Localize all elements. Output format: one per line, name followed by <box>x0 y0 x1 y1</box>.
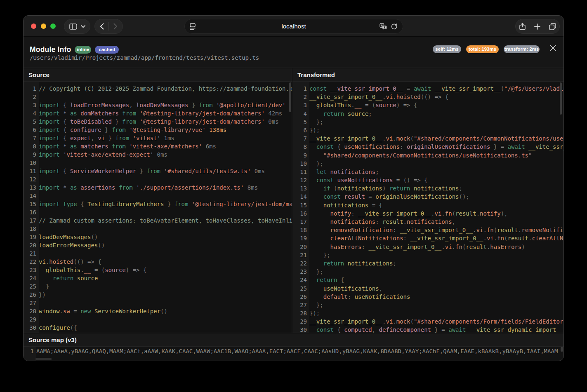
code-line: 2 <box>24 93 292 101</box>
line-number: 12 <box>24 175 39 183</box>
code-text: vi.hoisted(() => { <box>39 258 101 266</box>
navigation-buttons <box>94 19 123 34</box>
window-minimize-button[interactable] <box>41 23 46 29</box>
translate-button[interactable] <box>380 23 387 30</box>
code-line: 15import type { TestingLibraryMatchers }… <box>24 200 292 208</box>
address-bar[interactable]: localhost <box>184 19 403 34</box>
line-number: 23 <box>292 268 309 276</box>
sidebar-toggle-button[interactable] <box>64 19 90 34</box>
code-line: 13 if (notifications) return notificatio… <box>292 184 563 192</box>
line-number: 12 <box>292 176 309 184</box>
line-number: 17 <box>292 218 309 226</box>
line-number: 4 <box>292 110 309 118</box>
line-number: 11 <box>24 167 39 175</box>
code-line: 11import { ServiceWorkerHelper } from '#… <box>24 167 292 175</box>
code-line: 8 const { useNotifications: originalUseN… <box>292 143 563 151</box>
window-close-button[interactable] <box>31 23 36 29</box>
code-line: 27 }; <box>292 301 563 309</box>
window-zoom-button[interactable] <box>50 23 56 29</box>
code-text: useNotifications, <box>309 284 382 293</box>
line-number: 4 <box>24 109 39 117</box>
line-number: 9 <box>24 150 39 159</box>
code-text: const __vite_ssr_import_0__ = await __vi… <box>309 85 563 93</box>
line-number: 25 <box>292 284 309 293</box>
code-text: import { expect, vi } from 'vitest' 1ms <box>39 134 174 142</box>
code-text: import * as assertions from './support/a… <box>39 183 258 192</box>
horizontal-scrollbar[interactable] <box>35 358 52 360</box>
code-line: 2__vite_ssr_import_0__.vi.hoisted(() => … <box>292 93 563 101</box>
transformed-pane[interactable]: Transformed 1const __vite_ssr_import_0__… <box>292 68 563 333</box>
source-code-editor[interactable]: 1// Copyright (C) 2012-2025 Zammad Found… <box>24 82 292 333</box>
code-line: 26 default: useNotifications <box>292 293 563 301</box>
transformed-code-editor[interactable]: 1const __vite_ssr_import_0__ = await __v… <box>292 82 563 333</box>
line-number: 13 <box>24 183 39 192</box>
close-button[interactable] <box>548 43 557 52</box>
share-icon <box>519 23 526 30</box>
back-button[interactable] <box>95 19 108 33</box>
line-number: 9 <box>292 151 309 160</box>
code-line: 7__vite_ssr_import_0__.vi.mock("#shared/… <box>292 134 563 143</box>
source-map-vertical-scrollbar[interactable] <box>561 347 563 352</box>
badge-inline: inline <box>75 46 91 54</box>
desktop-background: localhost <box>0 0 587 392</box>
code-line: 1// Copyright (C) 2012-2025 Zammad Found… <box>24 85 292 93</box>
code-panes: Source 1// Copyright (C) 2012-2025 Zamma… <box>24 68 563 333</box>
source-map-editor[interactable]: 1 AAMA;AAeA,yBAAG,QAAQ,MAAM;AACf,aAAW,KA… <box>24 347 563 361</box>
code-text: globalThis.__ = (source) => { <box>309 101 417 109</box>
code-line: 19 clearAllNotifications: __vite_ssr_imp… <box>292 234 563 242</box>
code-line: 26}) <box>24 291 292 299</box>
line-number: 30 <box>292 326 309 333</box>
code-line: 20 hasErrors: __vite_ssr_import_0__.vi.f… <box>292 243 563 251</box>
code-text: import { loadErrorMessages, loadDevMessa… <box>39 101 286 109</box>
code-line: 29 <box>24 315 292 324</box>
line-number: 6 <box>292 126 309 134</box>
forward-button[interactable] <box>109 19 123 33</box>
line-number: 23 <box>24 266 39 274</box>
code-line: 9import 'vitest-axe/extend-expect' 0ms <box>24 150 292 159</box>
line-number: 30 <box>24 324 39 332</box>
transformed-pane-title: Transformed <box>292 68 563 82</box>
source-vertical-scrollbar[interactable] <box>289 82 291 112</box>
line-number: 18 <box>24 225 39 233</box>
line-number: 3 <box>24 101 39 109</box>
code-text: }; <box>309 268 323 276</box>
code-text: globalThis.__ = (source) => { <box>39 266 146 274</box>
chevron-down-icon <box>81 25 85 28</box>
close-icon <box>550 45 556 51</box>
share-button[interactable] <box>519 23 526 30</box>
code-text: const { useNotifications: originalUseNot… <box>309 143 563 151</box>
code-text: const { computed, defineComponent } = aw… <box>309 326 563 333</box>
line-number: 5 <box>24 117 39 126</box>
code-line: 3 globalThis.__ = (source) => { <box>292 101 563 109</box>
line-number: 13 <box>292 184 309 192</box>
code-text: default: useNotifications <box>309 293 410 301</box>
line-number: 22 <box>292 259 309 268</box>
timing-metrics: self: 12ms total: 193ms transform: 2ms <box>433 45 540 53</box>
code-text: configure({ <box>39 324 77 332</box>
code-text: // Copyright (C) 2012-2025 Zammad Founda… <box>39 85 292 93</box>
source-map-section: Source map (v3) 1 AAMA;AAeA,yBAAG,QAAQ,M… <box>24 333 563 361</box>
code-line: 18 <box>24 225 292 233</box>
line-number: 28 <box>292 309 309 317</box>
source-pane[interactable]: Source 1// Copyright (C) 2012-2025 Zamma… <box>24 68 292 333</box>
code-line: 30 const { computed, defineComponent } =… <box>292 326 563 333</box>
code-text: loadDevMessages() <box>39 233 98 241</box>
line-number: 16 <box>292 209 309 218</box>
code-text: loadErrorMessages() <box>39 241 105 249</box>
new-tab-button[interactable] <box>534 23 540 30</box>
code-line: 4import * as domMatchers from '@testing-… <box>24 109 292 117</box>
code-line: 15 notifications = { <box>292 201 563 209</box>
code-text: if (notifications) return notifications; <box>309 184 462 192</box>
metric-transform: transform: 2ms <box>504 45 540 53</box>
line-number: 3 <box>292 101 309 109</box>
address-bar-actions <box>380 19 398 33</box>
line-number: 11 <box>292 168 309 176</box>
code-line: 14 const result = originalUseNotificatio… <box>292 192 563 201</box>
tab-overview-button[interactable] <box>549 23 556 30</box>
toolbar-actions <box>515 19 560 34</box>
code-text: } <box>39 282 49 291</box>
code-line: 24 return source <box>24 274 292 282</box>
sidebar-icon <box>69 23 77 30</box>
reload-button[interactable] <box>391 23 398 30</box>
transformed-vertical-scrollbar[interactable] <box>560 82 562 115</box>
